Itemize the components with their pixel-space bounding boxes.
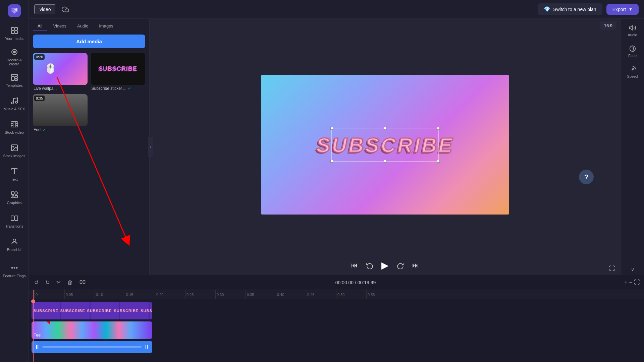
collapse-panel-button[interactable]: ‹ bbox=[148, 137, 153, 157]
video-tag[interactable]: video bbox=[34, 4, 56, 15]
tab-all[interactable]: All bbox=[33, 21, 47, 31]
video-canvas-wrap: SUBSCRIBE bbox=[150, 33, 621, 257]
selection-handle[interactable] bbox=[330, 160, 333, 163]
ruler-mark: 0:55 bbox=[366, 290, 396, 299]
sidebar-item-stock-images[interactable]: Stock images bbox=[1, 139, 28, 162]
add-media-button[interactable]: Add media bbox=[33, 35, 145, 48]
aspect-ratio-button[interactable]: 16:9 bbox=[600, 21, 616, 30]
table-row[interactable]: Feel bbox=[32, 321, 152, 339]
sidebar-item-templates[interactable]: Templates bbox=[1, 68, 28, 92]
svg-point-15 bbox=[15, 101, 17, 103]
selection-handle[interactable] bbox=[384, 160, 386, 163]
ruler-mark: 0:30 bbox=[215, 290, 246, 299]
ruler-mark: 0:25 bbox=[185, 290, 215, 299]
skip-forward-button[interactable]: ⏭ bbox=[412, 261, 419, 269]
transitions-icon bbox=[10, 214, 19, 223]
your-media-icon bbox=[10, 26, 19, 35]
tab-audio[interactable]: Audio bbox=[72, 21, 93, 31]
help-button[interactable]: ? bbox=[579, 170, 594, 184]
right-panel-fade[interactable]: Fade bbox=[623, 42, 643, 60]
table-row[interactable]: SUBSCRIBE SUBSCRIBE SUBSCRIBE SUBSCRIBE … bbox=[32, 302, 152, 319]
right-panel-speed[interactable]: Speed bbox=[623, 63, 643, 81]
redo-button[interactable]: ↻ bbox=[44, 278, 51, 287]
sidebar: Your media Record &create Templates bbox=[0, 0, 29, 362]
split-button[interactable] bbox=[78, 278, 87, 288]
sidebar-item-feature-flags[interactable]: Feature Flags bbox=[1, 259, 28, 282]
fit-button[interactable]: ⛶ bbox=[634, 279, 640, 286]
speaker-icon bbox=[629, 24, 636, 32]
table-row[interactable]: ⏸ ⏸ bbox=[32, 341, 152, 353]
rewind-5-button[interactable] bbox=[366, 262, 373, 269]
sidebar-item-label: Your media bbox=[5, 37, 23, 41]
right-panel-label: Fade bbox=[628, 54, 637, 58]
video-controls-top: 16:9 bbox=[150, 19, 621, 33]
pause-icon: ⏸ bbox=[34, 344, 40, 351]
sidebar-item-brand-kit[interactable]: Brand kit bbox=[1, 233, 28, 256]
selection-box bbox=[331, 128, 439, 162]
svg-point-41 bbox=[632, 69, 633, 70]
tab-videos[interactable]: Videos bbox=[48, 21, 71, 31]
skip-back-button[interactable]: ⏮ bbox=[351, 261, 358, 269]
film-icon bbox=[10, 120, 19, 129]
sidebar-item-transitions[interactable]: Transitions bbox=[1, 209, 28, 233]
zoom-controls: + − ⛶ bbox=[624, 279, 640, 286]
sidebar-item-graphics[interactable]: Graphics bbox=[1, 186, 28, 209]
zoom-out-button[interactable]: − bbox=[629, 279, 633, 286]
media-grid: 0:20 🖱️ Live wallpa... SUBSCRIBE bbox=[29, 52, 149, 133]
content-row: All Videos Audio Images Add media 0:20 🖱… bbox=[29, 19, 644, 275]
right-panel-audio[interactable]: Audio bbox=[623, 21, 643, 40]
sidebar-item-text[interactable]: Text bbox=[1, 162, 28, 186]
media-panel: All Videos Audio Images Add media 0:20 🖱… bbox=[29, 19, 150, 275]
timeline-area: ↺ ↻ ✂ 🗑 00:00.00 / 00:19.99 + − bbox=[29, 275, 644, 362]
svg-point-9 bbox=[13, 51, 15, 53]
export-button[interactable]: Export ▼ bbox=[606, 4, 639, 15]
list-item[interactable]: 0:20 🖱️ Live wallpa... bbox=[33, 53, 88, 91]
sidebar-item-stock-video[interactable]: Stock video bbox=[1, 115, 28, 139]
undo-button[interactable]: ↺ bbox=[33, 278, 40, 287]
fade-icon bbox=[629, 45, 636, 52]
svg-rect-4 bbox=[11, 27, 14, 30]
image-icon bbox=[10, 143, 19, 153]
tab-images[interactable]: Images bbox=[94, 21, 118, 31]
list-item[interactable]: 8:35 Feel ✓ bbox=[33, 94, 88, 132]
selection-handle[interactable] bbox=[437, 160, 440, 163]
svg-rect-32 bbox=[15, 216, 18, 221]
timeline-time-display: 00:00.00 / 00:19.99 bbox=[91, 280, 620, 285]
selection-handle[interactable] bbox=[437, 127, 440, 130]
svg-rect-10 bbox=[11, 74, 17, 76]
forward-5-button[interactable] bbox=[397, 262, 404, 269]
cloud-save-icon[interactable] bbox=[60, 4, 71, 15]
fullscreen-button[interactable]: ⛶ bbox=[609, 265, 615, 272]
switch-plan-button[interactable]: 💎 Switch to a new plan bbox=[538, 3, 602, 15]
svg-point-35 bbox=[11, 267, 12, 268]
svg-rect-13 bbox=[15, 79, 17, 80]
sidebar-item-label: Text bbox=[11, 177, 17, 181]
app-logo[interactable] bbox=[6, 3, 22, 19]
selection-handle[interactable] bbox=[330, 127, 333, 130]
sidebar-item-label: Feature Flags bbox=[3, 274, 26, 278]
sidebar-item-record-create[interactable]: Record &create bbox=[1, 45, 28, 68]
selection-handle[interactable] bbox=[384, 127, 386, 130]
svg-point-28 bbox=[15, 192, 17, 194]
templates-icon bbox=[10, 73, 19, 82]
sidebar-item-music-sfx[interactable]: Music & SFX bbox=[1, 92, 28, 115]
delete-button[interactable]: 🗑 bbox=[66, 278, 74, 287]
media-thumbnail: SUBSCRIBE bbox=[91, 53, 146, 85]
zoom-in-button[interactable]: + bbox=[624, 279, 628, 286]
timeline-ruler: 0 0:05 0:10 0:15 0:20 0:25 0:30 0:35 0:4… bbox=[29, 290, 644, 299]
play-button[interactable]: ▶ bbox=[381, 260, 389, 271]
svg-marker-39 bbox=[629, 26, 632, 30]
brand-icon bbox=[10, 237, 19, 246]
svg-point-14 bbox=[11, 102, 13, 104]
sidebar-item-your-media[interactable]: Your media bbox=[1, 21, 28, 45]
ruler-mark: 0:35 bbox=[246, 290, 276, 299]
audio-waveform bbox=[42, 346, 142, 348]
ruler-marks: 0 0:05 0:10 0:15 0:20 0:25 0:30 0:35 0:4… bbox=[33, 290, 396, 299]
expand-panel-button[interactable]: ∨ bbox=[631, 267, 634, 272]
media-item-label: Feel ✓ bbox=[33, 127, 88, 132]
cut-button[interactable]: ✂ bbox=[55, 278, 62, 287]
media-item-label: Live wallpa... bbox=[33, 86, 88, 91]
list-item[interactable]: SUBSCRIBE Subscribe sticker ... ✓ bbox=[91, 53, 146, 91]
ruler-mark: 0:50 bbox=[336, 290, 366, 299]
svg-point-34 bbox=[13, 239, 16, 242]
